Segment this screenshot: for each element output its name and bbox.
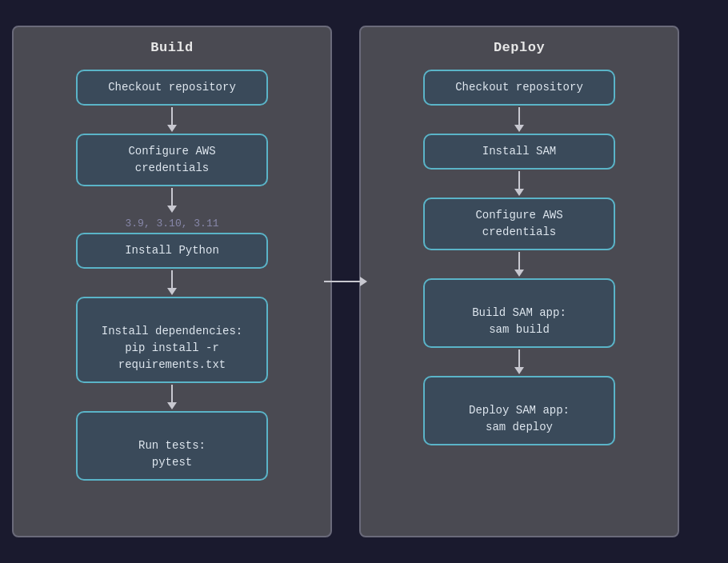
arrow-head [514, 270, 524, 277]
arrow-line [171, 385, 173, 402]
diagram-container: Build Checkout repository Configure AWS … [12, 18, 716, 545]
h-arrow-line [324, 281, 360, 282]
h-arrow-head [360, 277, 367, 286]
arrow-head [167, 402, 177, 409]
deploy-step-build-sam: Build SAM app: sam build [423, 278, 615, 348]
arrow-d1 [514, 107, 524, 132]
build-pipeline: Build Checkout repository Configure AWS … [12, 26, 332, 537]
arrow-head [514, 125, 524, 132]
matrix-label: 3.9, 3.10, 3.11 [125, 218, 218, 230]
arrow-2 [167, 188, 177, 213]
arrow-head [167, 125, 177, 132]
arrow-line [171, 270, 173, 288]
arrow-head [167, 288, 177, 295]
build-step-run-tests: Run tests: pytest [76, 411, 268, 481]
arrow-d2 [514, 171, 524, 196]
arrow-d3 [514, 252, 524, 277]
arrow-4 [167, 385, 177, 409]
deploy-title: Deploy [494, 40, 545, 55]
arrow-head [167, 206, 177, 213]
arrow-line [518, 107, 520, 125]
arrow-3 [167, 270, 177, 295]
horizontal-arrow [324, 277, 367, 286]
build-step-checkout: Checkout repository [76, 70, 268, 106]
deploy-step-install-sam: Install SAM [423, 134, 615, 170]
build-step-aws-creds: Configure AWS credentials [76, 134, 268, 186]
build-steps: Checkout repository Configure AWS creden… [76, 70, 268, 520]
arrow-1 [167, 107, 177, 132]
deploy-step-deploy-sam: Deploy SAM app: sam deploy [423, 376, 615, 445]
build-title: Build [150, 40, 194, 55]
arrow-line [171, 188, 173, 206]
build-step-install-deps: Install dependencies: pip install -r req… [76, 297, 268, 383]
arrow-line [518, 252, 520, 270]
deploy-pipeline: Deploy Checkout repository Install SAM C… [359, 26, 679, 537]
deploy-steps: Checkout repository Install SAM Configur… [423, 70, 615, 520]
deploy-step-aws-creds: Configure AWS credentials [423, 198, 615, 250]
arrow-head [514, 367, 524, 374]
deploy-step-checkout: Checkout repository [423, 70, 615, 106]
arrow-head [514, 189, 524, 196]
build-step-install-python: Install Python [76, 233, 268, 269]
arrow-line [518, 349, 520, 367]
arrow-line [518, 171, 520, 189]
arrow-line [171, 107, 173, 125]
arrow-d4 [514, 349, 524, 374]
